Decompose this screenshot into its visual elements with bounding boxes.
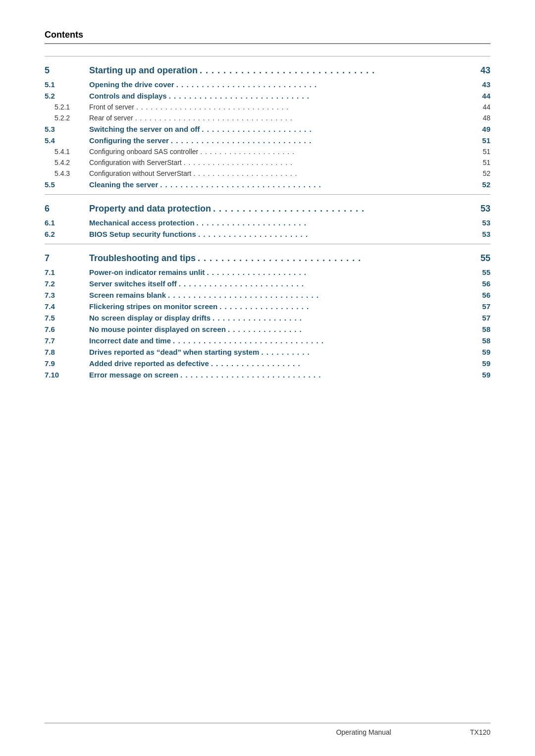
- section-row-5-4-2: 5.4.2Configuration with ServerStart . . …: [45, 157, 490, 168]
- footer-center-text: Operating Manual: [257, 728, 470, 736]
- section-title-6-1: Mechanical access protection . . . . . .…: [89, 218, 490, 227]
- section-title-5-5: Cleaning the server . . . . . . . . . . …: [89, 180, 490, 189]
- section-num-7-1: 7.1: [45, 268, 84, 276]
- section-title-7-2: Server switches itself off . . . . . . .…: [89, 279, 490, 288]
- section-num-5-4: 5.4: [45, 136, 84, 145]
- section-row-5-3: 5.3Switching the server on and off . . .…: [45, 123, 490, 135]
- section-row-5-2-1: 5.2.1Front of server . . . . . . . . . .…: [45, 102, 490, 112]
- chapter-title-7: Troubleshooting and tips . . . . . . . .…: [89, 253, 490, 264]
- section-title-6-2: BIOS Setup security functions . . . . . …: [89, 230, 490, 238]
- section-row-6-2: 6.2BIOS Setup security functions . . . .…: [45, 228, 490, 240]
- chapter-title-6: Property and data protection . . . . . .…: [89, 204, 490, 214]
- footer: Operating Manual TX120: [45, 723, 490, 736]
- section-row-5-2-2: 5.2.2Rear of server . . . . . . . . . . …: [45, 112, 490, 123]
- section-num-7-5: 7.5: [45, 314, 84, 322]
- chapter-row-6: 6Property and data protection . . . . . …: [45, 195, 490, 217]
- section-num-7-3: 7.3: [45, 291, 84, 299]
- section-title-7-10: Error message on screen . . . . . . . . …: [89, 371, 490, 379]
- section-row-5-1: 5.1Opening the drive cover . . . . . . .…: [45, 79, 490, 90]
- section-title-5-2: Controls and displays . . . . . . . . . …: [89, 92, 490, 100]
- section-title-5-2-1: Front of server . . . . . . . . . . . . …: [89, 103, 490, 111]
- section-num-5-5: 5.5: [45, 180, 84, 189]
- section-title-5-4: Configuring the server . . . . . . . . .…: [89, 136, 490, 145]
- section-title-7-3: Screen remains blank . . . . . . . . . .…: [89, 291, 490, 299]
- section-num-7-9: 7.9: [45, 359, 84, 368]
- chapter-num-5: 5: [45, 65, 84, 76]
- section-row-7-10: 7.10Error message on screen . . . . . . …: [45, 369, 490, 380]
- section-title-5-1: Opening the drive cover . . . . . . . . …: [89, 80, 490, 89]
- section-row-6-1: 6.1Mechanical access protection . . . . …: [45, 217, 490, 228]
- section-title-5-4-1: Configuring onboard SAS controller . . .…: [89, 148, 490, 156]
- section-row-7-2: 7.2Server switches itself off . . . . . …: [45, 278, 490, 289]
- section-title-7-7: Incorrect date and time . . . . . . . . …: [89, 336, 490, 345]
- section-title-7-8: Drives reported as “dead” when starting …: [89, 348, 490, 356]
- section-title-5-4-3: Configuration without ServerStart . . . …: [89, 169, 490, 177]
- contents-header: Contents: [45, 30, 490, 40]
- chapter-row-5: 5Starting up and operation . . . . . . .…: [45, 56, 490, 79]
- section-row-5-4-3: 5.4.3Configuration without ServerStart .…: [45, 168, 490, 179]
- section-row-7-1: 7.1Power-on indicator remains unlit . . …: [45, 267, 490, 278]
- footer-right-text: TX120: [470, 728, 490, 736]
- section-row-7-7: 7.7Incorrect date and time . . . . . . .…: [45, 335, 490, 346]
- section-num-7-7: 7.7: [45, 336, 84, 345]
- section-row-7-6: 7.6No mouse pointer displayed on screen …: [45, 324, 490, 335]
- section-num-7-8: 7.8: [45, 348, 84, 356]
- section-title-7-4: Flickering stripes on monitor screen . .…: [89, 302, 490, 311]
- section-num-6-1: 6.1: [45, 218, 84, 227]
- chapter-row-7: 7Troubleshooting and tips . . . . . . . …: [45, 244, 490, 267]
- section-num-5-1: 5.1: [45, 80, 84, 89]
- chapter-num-6: 6: [45, 204, 84, 214]
- section-num-5-3: 5.3: [45, 125, 84, 133]
- section-title-7-9: Added drive reported as defective . . . …: [89, 359, 490, 368]
- section-row-7-8: 7.8Drives reported as “dead” when starti…: [45, 346, 490, 358]
- section-num-6-2: 6.2: [45, 230, 84, 238]
- section-row-5-4-1: 5.4.1Configuring onboard SAS controller …: [45, 146, 490, 157]
- section-num-5-2-1: 5.2.1: [45, 103, 84, 111]
- chapter-num-7: 7: [45, 253, 84, 264]
- toc-container: 5Starting up and operation . . . . . . .…: [45, 56, 490, 380]
- section-row-5-5: 5.5Cleaning the server . . . . . . . . .…: [45, 179, 490, 190]
- section-num-5-4-1: 5.4.1: [45, 148, 84, 156]
- section-row-7-3: 7.3Screen remains blank . . . . . . . . …: [45, 289, 490, 301]
- section-num-7-4: 7.4: [45, 302, 84, 311]
- section-row-7-9: 7.9Added drive reported as defective . .…: [45, 358, 490, 369]
- chapter-title-5: Starting up and operation . . . . . . . …: [89, 65, 490, 76]
- section-row-7-4: 7.4Flickering stripes on monitor screen …: [45, 301, 490, 312]
- section-title-7-1: Power-on indicator remains unlit . . . .…: [89, 268, 490, 276]
- section-num-5-2-2: 5.2.2: [45, 114, 84, 122]
- section-title-7-5: No screen display or display drifts . . …: [89, 314, 490, 322]
- section-row-7-5: 7.5No screen display or display drifts .…: [45, 312, 490, 324]
- section-row-5-2: 5.2Controls and displays . . . . . . . .…: [45, 90, 490, 102]
- section-title-5-4-2: Configuration with ServerStart . . . . .…: [89, 159, 490, 166]
- section-title-5-2-2: Rear of server . . . . . . . . . . . . .…: [89, 114, 490, 122]
- section-title-7-6: No mouse pointer displayed on screen . .…: [89, 325, 490, 333]
- section-num-5-2: 5.2: [45, 92, 84, 100]
- section-title-5-3: Switching the server on and off . . . . …: [89, 125, 490, 133]
- section-num-7-10: 7.10: [45, 371, 84, 379]
- section-num-5-4-3: 5.4.3: [45, 169, 84, 177]
- section-row-5-4: 5.4Configuring the server . . . . . . . …: [45, 135, 490, 146]
- section-num-7-2: 7.2: [45, 279, 84, 288]
- section-num-5-4-2: 5.4.2: [45, 159, 84, 166]
- header-rule: [45, 43, 490, 44]
- page: Contents 5Starting up and operation . . …: [0, 0, 535, 756]
- section-num-7-6: 7.6: [45, 325, 84, 333]
